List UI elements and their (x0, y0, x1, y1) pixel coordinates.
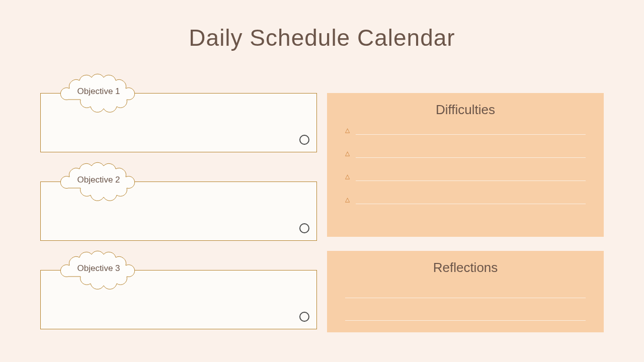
check-circle[interactable] (299, 223, 309, 233)
objective-box-2[interactable]: Objective 2 (40, 182, 317, 241)
objective-box-3[interactable]: Objective 3 (40, 270, 317, 329)
objective-box-1[interactable]: Objective 1 (40, 93, 317, 152)
difficulty-row[interactable]: △ (345, 150, 586, 158)
objective-label: Objective 2 (56, 158, 141, 204)
check-circle[interactable] (299, 312, 309, 322)
cloud-label-1: Objective 1 (56, 69, 141, 116)
reflections-title: Reflections (345, 260, 586, 276)
cloud-label-2: Objective 2 (56, 158, 141, 204)
difficulty-row[interactable]: △ (345, 127, 586, 135)
triangle-icon: △ (345, 150, 350, 157)
reflections-panel: Reflections (327, 251, 604, 332)
objective-label: Objective 3 (56, 246, 141, 293)
difficulty-row[interactable]: △ (345, 173, 586, 181)
triangle-icon: △ (345, 127, 350, 134)
difficulty-row[interactable]: △ (345, 196, 586, 204)
triangle-icon: △ (345, 173, 350, 180)
objectives-column: Objective 1 Objective 2 Objective 3 (40, 70, 317, 352)
right-column: Difficulties △ △ △ △ Reflections (327, 70, 604, 352)
cloud-label-3: Objective 3 (56, 246, 141, 293)
page-title: Daily Schedule Calendar (0, 0, 644, 51)
write-line[interactable] (345, 320, 586, 321)
difficulties-title: Difficulties (345, 102, 586, 118)
write-line (356, 180, 586, 181)
check-circle[interactable] (299, 135, 309, 145)
write-line[interactable] (345, 298, 586, 298)
write-line (356, 157, 586, 158)
write-line (356, 204, 586, 204)
content-area: Objective 1 Objective 2 Objective 3 (40, 70, 604, 352)
write-line (356, 134, 586, 135)
triangle-icon: △ (345, 196, 350, 203)
objective-label: Objective 1 (56, 69, 141, 116)
difficulties-panel: Difficulties △ △ △ △ (327, 93, 604, 237)
